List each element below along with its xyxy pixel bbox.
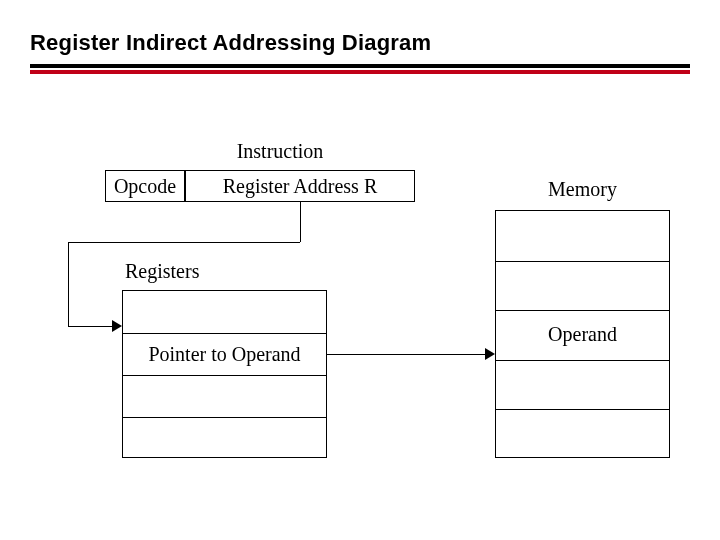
connector-instr-down2 xyxy=(68,242,69,326)
memory-heading: Memory xyxy=(495,178,670,201)
register-address-cell: Register Address R xyxy=(185,170,415,202)
connector-ptr-to-mem xyxy=(327,354,485,355)
memory-row-1 xyxy=(496,261,669,311)
registers-row-3 xyxy=(123,417,326,459)
arrowhead-into-registers xyxy=(112,320,122,332)
memory-row-3 xyxy=(496,360,669,410)
registers-row-1: Pointer to Operand xyxy=(123,333,326,375)
connector-instr-down xyxy=(300,202,301,242)
registers-row-0 xyxy=(123,291,326,333)
page-title: Register Indirect Addressing Diagram xyxy=(30,30,431,56)
memory-row-2: Operand xyxy=(496,310,669,360)
memory-row-4 xyxy=(496,409,669,459)
registers-row-2 xyxy=(123,375,326,417)
opcode-cell: Opcode xyxy=(105,170,185,202)
connector-instr-right xyxy=(68,326,112,327)
connector-instr-left xyxy=(68,242,300,243)
memory-row-0 xyxy=(496,211,669,261)
registers-heading: Registers xyxy=(125,260,305,283)
title-underline xyxy=(30,64,690,68)
arrowhead-into-memory xyxy=(485,348,495,360)
instruction-heading: Instruction xyxy=(150,140,410,163)
registers-table: Pointer to Operand xyxy=(122,290,327,458)
memory-table: Operand xyxy=(495,210,670,458)
